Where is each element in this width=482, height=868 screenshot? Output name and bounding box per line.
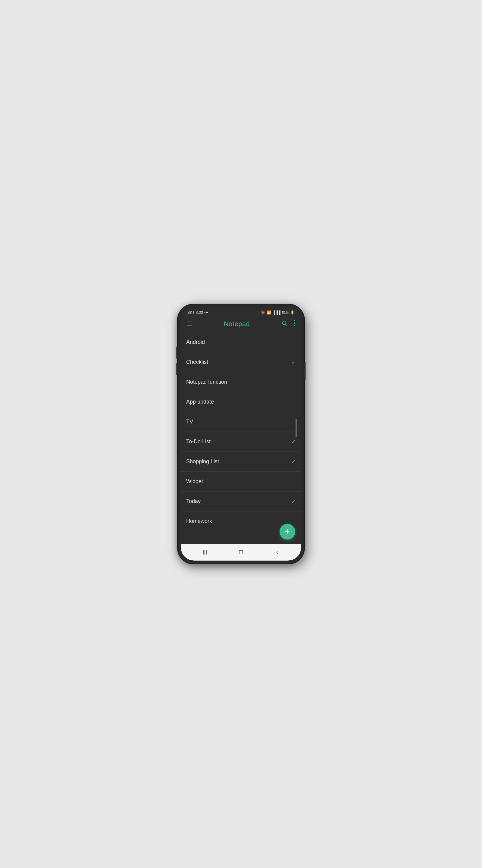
battery-icon: 🔋: [290, 310, 295, 315]
check-icon: ✓: [291, 438, 296, 445]
nav-bar: ‹: [181, 544, 301, 561]
note-title: Homework: [186, 518, 212, 524]
note-title: Widget: [186, 478, 203, 485]
scrollbar-track: [295, 404, 297, 488]
volume-down-button[interactable]: [176, 363, 178, 375]
phone-screen: SKT 3:33 ••• 🔇 📶 ▐▐▐ 51% 🔋 ☰ Notepad: [181, 307, 301, 561]
status-carrier-time: SKT 3:33 •••: [187, 310, 208, 315]
battery-level: 51%: [282, 311, 289, 314]
status-bar: SKT 3:33 ••• 🔇 📶 ▐▐▐ 51% 🔋: [181, 307, 301, 316]
list-item[interactable]: App update: [181, 392, 301, 412]
note-title: To-Do List: [186, 438, 211, 445]
carrier-label: SKT: [187, 310, 195, 315]
menu-icon[interactable]: ☰: [186, 319, 193, 329]
home-icon: [239, 550, 243, 554]
check-icon: ✓: [291, 498, 296, 505]
list-item[interactable]: Checklist✓: [181, 352, 301, 372]
status-icons: 🔇 📶 ▐▐▐ 51% 🔋: [261, 310, 295, 315]
phone-frame: SKT 3:33 ••• 🔇 📶 ▐▐▐ 51% 🔋 ☰ Notepad: [178, 304, 304, 564]
list-item[interactable]: TV: [181, 412, 301, 432]
recents-button[interactable]: [199, 548, 211, 557]
notes-list: AndroidChecklist✓Notepad functionApp upd…: [181, 333, 301, 544]
svg-point-3: [294, 322, 295, 324]
back-icon: ‹: [276, 550, 278, 555]
app-title: Notepad: [224, 320, 250, 328]
search-icon[interactable]: [280, 319, 289, 329]
list-item[interactable]: Notepad function: [181, 372, 301, 392]
check-icon: ✓: [291, 458, 296, 465]
note-title: Notepad function: [186, 379, 227, 385]
note-title: Checklist: [186, 359, 208, 365]
check-icon: ✓: [291, 359, 296, 366]
add-icon: +: [285, 527, 290, 535]
list-item[interactable]: Shopping List✓: [181, 452, 301, 472]
recents-icon: [203, 550, 207, 555]
power-button[interactable]: [304, 362, 306, 380]
more-options-icon[interactable]: [293, 319, 296, 329]
scrollbar-thumb[interactable]: [295, 419, 297, 437]
add-note-fab[interactable]: +: [280, 524, 295, 539]
signal-icon: ▐▐▐: [272, 310, 281, 315]
list-item[interactable]: Widget: [181, 472, 301, 492]
mute-icon: 🔇: [261, 310, 265, 315]
wifi-icon: 📶: [267, 310, 271, 315]
volume-up-button[interactable]: [176, 347, 178, 359]
back-button[interactable]: ‹: [271, 548, 283, 557]
app-bar: ☰ Notepad: [181, 316, 301, 333]
list-item[interactable]: Today✓: [181, 492, 301, 512]
list-item[interactable]: Android: [181, 333, 301, 352]
note-title: TV: [186, 418, 193, 425]
svg-point-2: [294, 320, 295, 321]
note-title: App update: [186, 399, 214, 405]
note-title: Today: [186, 498, 201, 504]
svg-point-4: [294, 325, 295, 326]
svg-line-1: [286, 324, 287, 326]
status-time: 3:33: [196, 310, 203, 315]
app-bar-actions: [280, 319, 296, 329]
note-title: Android: [186, 339, 205, 345]
status-dots: •••: [204, 310, 208, 315]
home-button[interactable]: [235, 548, 247, 557]
note-title: Shopping List: [186, 458, 219, 465]
list-item[interactable]: To-Do List✓: [181, 432, 301, 452]
